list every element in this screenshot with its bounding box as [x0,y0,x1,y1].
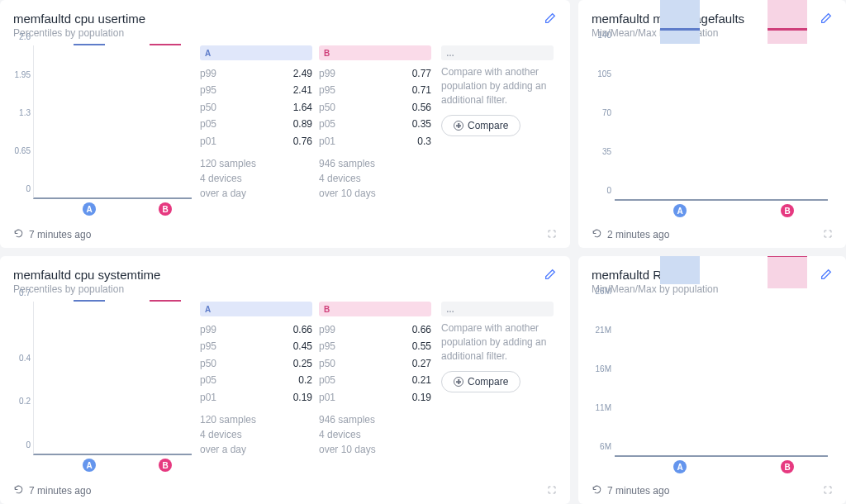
mean-b [768,28,807,31]
box-a-median [74,44,105,45]
percentile-chart: 0 0.65 1.3 1.95 2.6 [13,45,192,225]
timestamp: 7 minutes ago [29,229,91,240]
minmax-chart: 6M 11M 16M 21M 26M A B [615,300,828,457]
box-b-median [150,300,181,302]
stats-a-header: A [200,45,312,60]
stats-b: B p990.66 p950.55 p500.27 p050.21 p010.1… [319,302,438,481]
refresh-icon[interactable] [13,484,24,497]
card-title: memfaultd cpu usertime [13,12,145,26]
stats-a: A p992.49 p952.41 p501.64 p050.89 p010.7… [200,45,319,225]
edit-icon[interactable] [820,12,833,27]
bar-b [768,0,807,44]
compare-panel: … Compare with another population by add… [438,45,557,225]
edit-icon[interactable] [820,268,833,283]
refresh-icon[interactable] [13,228,24,241]
badge-a: A [83,459,96,472]
timestamp: 2 minutes ago [607,229,669,240]
refresh-icon[interactable] [592,228,602,241]
stats-b: B p990.77 p950.71 p500.56 p050.35 p010.3… [319,45,438,225]
percentile-chart: 0 0.2 0.4 0.7 [13,302,192,481]
badge-a: A [673,204,687,217]
expand-icon[interactable] [547,229,557,241]
badge-b: B [781,204,794,217]
expand-icon[interactable] [547,485,557,497]
badge-b: B [159,459,172,472]
expand-icon[interactable] [823,229,833,241]
card-cpu-usertime: memfaultd cpu usertime Percentiles by po… [0,0,570,248]
bar-a [660,256,700,284]
mean-a [660,28,700,31]
edit-icon[interactable] [544,268,557,283]
plus-icon [454,121,463,131]
minmax-chart: 0 35 70 105 140 A B [615,44,828,201]
mean-b [768,256,807,257]
bar-b [768,256,807,288]
badge-b: B [159,202,172,216]
plus-icon [454,377,463,387]
badge-b: B [781,460,794,473]
timestamp: 7 minutes ago [607,485,669,497]
expand-icon[interactable] [823,485,833,497]
compare-button[interactable]: Compare [441,371,520,392]
refresh-icon[interactable] [592,484,602,497]
card-cpu-systemtime: memfaultd cpu systemtime Percentiles by … [0,256,570,504]
edit-icon[interactable] [544,12,557,27]
box-a-median [74,300,105,302]
card-minor-pagefaults: memfaultd minor pagefaults Min/Mean/Max … [578,0,846,248]
card-rss: memfaultd RSS Min/Mean/Max by population… [578,256,846,504]
compare-panel: … Compare with another population by add… [438,302,557,481]
card-title: memfaultd cpu systemtime [13,268,160,282]
stats-a-header: A [200,302,312,316]
compare-button[interactable]: Compare [441,115,520,136]
box-b-median [150,44,181,45]
stats-b-header: B [319,302,431,316]
badge-a: A [83,202,96,216]
stats-a: A p990.66 p950.45 p500.25 p050.2 p010.19… [200,302,319,481]
stats-b-header: B [319,45,431,60]
card-subtitle: Percentiles by population [13,27,145,39]
bar-a [660,0,700,44]
card-subtitle: Percentiles by population [13,283,160,295]
badge-a: A [673,460,687,473]
timestamp: 7 minutes ago [29,485,91,497]
